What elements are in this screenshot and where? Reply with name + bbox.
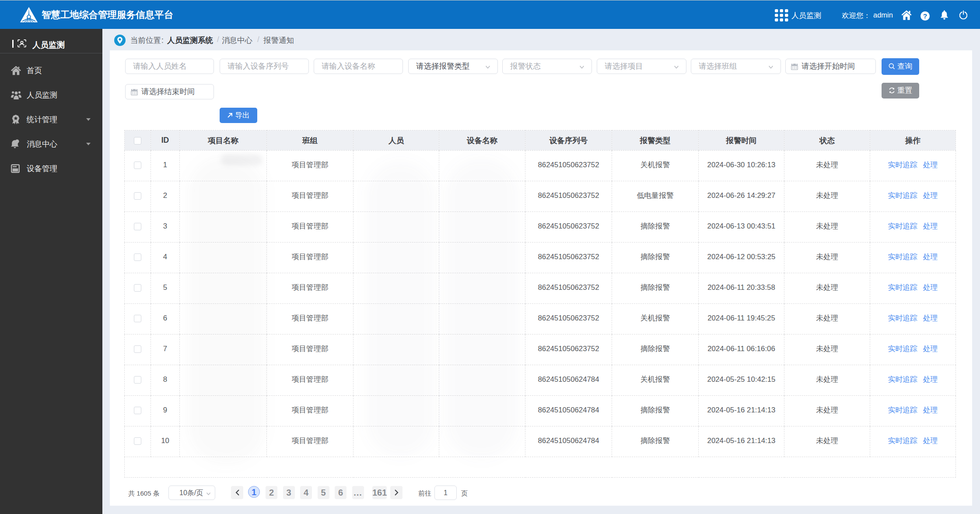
svg-text:?: ? [923, 12, 927, 20]
